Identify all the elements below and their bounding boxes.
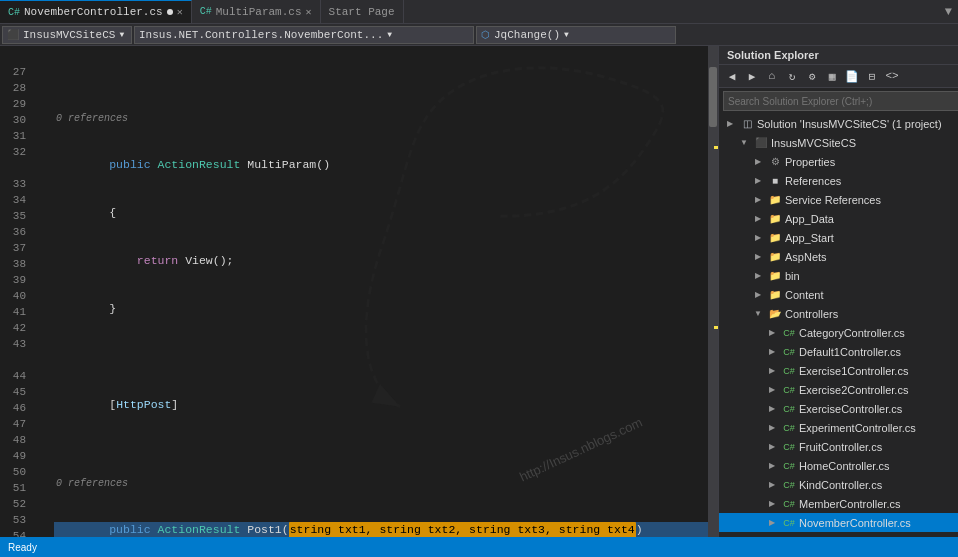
cs-icon: C# [781,401,797,417]
se-november-label: NovemberController.cs [799,517,958,529]
se-btn-filter[interactable]: ▦ [823,67,841,85]
nav-method-dropdown[interactable]: ⬡ JqChange() ▼ [476,26,676,44]
se-btn-code[interactable]: <> [883,67,901,85]
tab-startpage[interactable]: Start Page [321,0,404,23]
se-item-exercise[interactable]: ▶ C# ExerciseController.cs [719,399,958,418]
se-item-kind[interactable]: ▶ C# KindController.cs [719,475,958,494]
expand-icon: ▶ [751,269,765,283]
nav-class-dropdown[interactable]: Insus.NET.Controllers.NovemberCont... ▼ [134,26,474,44]
se-item-bin[interactable]: ▶ 📁 bin [719,266,958,285]
project-icon: ⬛ [7,29,19,41]
code-line-27: public ActionResult MultiParam() [54,157,708,173]
se-item-home[interactable]: ▶ C# HomeController.cs [719,456,958,475]
code-line-32-attr: [HttpPost] [54,397,708,413]
se-item-app-data[interactable]: ▶ 📁 App_Data [719,209,958,228]
se-item-aspnets[interactable]: ▶ 📁 AspNets [719,247,958,266]
se-item-exercise1[interactable]: ▶ C# Exercise1Controller.cs [719,361,958,380]
se-item-category[interactable]: ▶ C# CategoryController.cs [719,323,958,342]
service-ref-icon: 📁 [767,192,783,208]
expand-icon: ▼ [737,136,751,150]
nav-class-label: Insus.NET.Controllers.NovemberCont... [139,29,383,41]
se-item-default1[interactable]: ▶ C# Default1Controller.cs [719,342,958,361]
code-container: 27 28 29 30 31 32 33 34 35 36 37 38 39 4… [0,46,718,537]
expand-icon: ▶ [751,231,765,245]
expand-icon: ▶ [765,364,779,378]
se-service-references-label: Service References [785,194,958,206]
se-item-fruit[interactable]: ▶ C# FruitController.cs [719,437,958,456]
properties-icon: ⚙ [767,154,783,170]
se-solution-label: Solution 'InsusMVCSiteCS' (1 project) [757,118,958,130]
code-lines: 0 references public ActionResult MultiPa… [54,46,708,537]
cs-icon: C# [781,325,797,341]
status-bar: Ready [0,537,958,557]
tab-multiparam-close[interactable]: ✕ [306,6,312,18]
cs-icon: C# [781,458,797,474]
se-item-service-references[interactable]: ▶ 📁 Service References [719,190,958,209]
se-btn-files[interactable]: 📄 [843,67,861,85]
cs-icon: C# [781,515,797,531]
expand-icon: ▶ [751,174,765,188]
se-item-project[interactable]: ▼ ⬛ InsusMVCSiteCS [719,133,958,152]
se-btn-sync[interactable]: ↻ [783,67,801,85]
expand-icon: ▶ [723,117,737,131]
expand-icon: ▶ [765,326,779,340]
se-btn-back[interactable]: ◀ [723,67,741,85]
se-controllers-label: Controllers [785,308,958,320]
se-header: Solution Explorer [719,46,958,65]
method-icon: ⬡ [481,29,490,41]
expand-icon: ▶ [765,383,779,397]
se-item-solution[interactable]: ▶ ◫ Solution 'InsusMVCSiteCS' (1 project… [719,114,958,133]
se-experiment-label: ExperimentController.cs [799,422,958,434]
tab-bar: C# NovemberController.cs ✕ C# MultiParam… [0,0,958,24]
expand-icon: ▶ [765,497,779,511]
nav-project-dropdown[interactable]: ⬛ InsusMVCSiteCS ▼ [2,26,132,44]
se-aspnets-label: AspNets [785,251,958,263]
tab-november-label: NovemberController.cs [24,6,163,18]
tab-november[interactable]: C# NovemberController.cs ✕ [0,0,192,23]
scrollbar-thumb[interactable] [709,67,717,127]
code-line-30: } [54,301,708,317]
se-btn-home[interactable]: ⌂ [763,67,781,85]
se-item-references[interactable]: ▶ ■ References [719,171,958,190]
se-item-properties[interactable]: ▶ ⚙ Properties [719,152,958,171]
code-line-31 [54,349,708,365]
expand-icon: ▶ [751,155,765,169]
se-btn-collapse[interactable]: ⊟ [863,67,881,85]
se-item-app-start[interactable]: ▶ 📁 App_Start [719,228,958,247]
editor-scrollbar[interactable] [708,46,718,537]
expand-icon: ▶ [751,193,765,207]
se-item-content[interactable]: ▶ 📁 Content [719,285,958,304]
se-btn-properties[interactable]: ⚙ [803,67,821,85]
scrollbar-marker-1 [714,146,718,149]
expand-icon: ▶ [765,516,779,530]
se-bin-label: bin [785,270,958,282]
tab-november-modified [167,9,173,15]
code-line-29: return View(); [54,253,708,269]
se-exercise1-label: Exercise1Controller.cs [799,365,958,377]
tab-overflow-btn[interactable]: ▼ [939,0,958,23]
folder-icon: 📁 [767,211,783,227]
code-line-28: { [54,205,708,221]
se-appdata-label: App_Data [785,213,958,225]
se-toolbar: ◀ ▶ ⌂ ↻ ⚙ ▦ 📄 ⊟ <> [719,65,958,88]
expand-icon: ▶ [751,288,765,302]
se-item-exercise2[interactable]: ▶ C# Exercise2Controller.cs [719,380,958,399]
folder-open-icon: 📂 [767,306,783,322]
se-default1-label: Default1Controller.cs [799,346,958,358]
tab-november-close[interactable]: ✕ [177,6,183,18]
expand-icon: ▶ [765,440,779,454]
expand-icon: ▶ [765,459,779,473]
folder-icon: 📁 [767,230,783,246]
expand-icon: ▶ [765,421,779,435]
se-item-experiment[interactable]: ▶ C# ExperimentController.cs [719,418,958,437]
references-icon: ■ [767,173,783,189]
se-btn-forward[interactable]: ▶ [743,67,761,85]
cs-icon: C# [781,363,797,379]
se-search-input[interactable] [723,91,958,111]
expand-icon: ▶ [751,250,765,264]
tab-multiparam[interactable]: C# MultiParam.cs ✕ [192,0,321,23]
se-item-controllers[interactable]: ▼ 📂 Controllers [719,304,958,323]
se-item-member[interactable]: ▶ C# MemberController.cs [719,494,958,513]
code-content[interactable]: 0 references public ActionResult MultiPa… [54,46,708,537]
se-item-november[interactable]: ▶ C# NovemberController.cs [719,513,958,532]
